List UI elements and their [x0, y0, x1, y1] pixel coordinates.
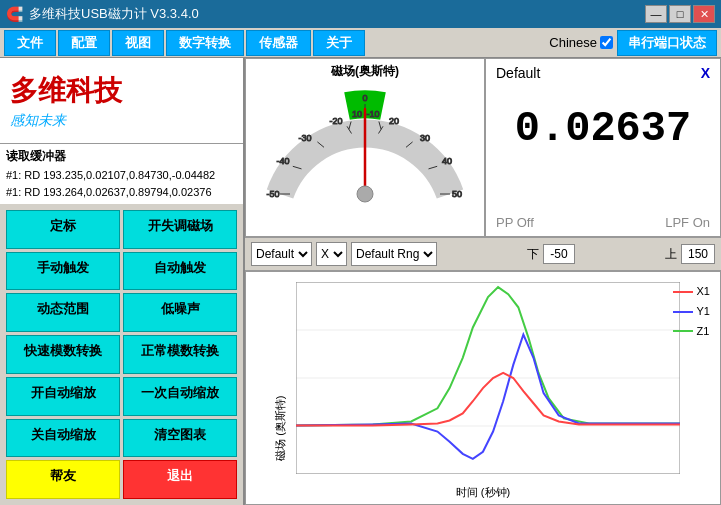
chart-legend: X1 Y1 Z1 — [673, 282, 710, 341]
menu-right: Chinese 串行端口状态 — [549, 30, 717, 56]
range-up-label: 上 — [665, 246, 677, 263]
minimize-button[interactable]: — — [645, 5, 667, 23]
btn-exit[interactable]: 退出 — [123, 460, 237, 499]
value-close-btn[interactable]: X — [701, 65, 710, 81]
menu-file[interactable]: 文件 — [4, 30, 56, 56]
lpf-label: LPF On — [665, 215, 710, 230]
svg-text:20: 20 — [389, 116, 399, 126]
range-down-label: 下 — [527, 246, 539, 263]
value-footer: PP Off LPF On — [496, 207, 710, 230]
btn-auto-scale-once[interactable]: 一次自动缩放 — [123, 377, 237, 416]
logo-subtitle: 感知未来 — [10, 112, 233, 130]
btn-auto-scale-off[interactable]: 关自动缩放 — [6, 419, 120, 458]
range-up-value: 150 — [681, 244, 715, 264]
chart-x-label: 时间 (秒钟) — [456, 485, 510, 500]
buttons-grid: 定标 开失调磁场 手动触发 自动触发 动态范围 低噪声 快速模数转换 正常模数转… — [0, 204, 243, 505]
legend-z1-label: Z1 — [697, 322, 710, 342]
btn-offset-field[interactable]: 开失调磁场 — [123, 210, 237, 249]
legend-z1: Z1 — [673, 322, 710, 342]
menu-about[interactable]: 关于 — [313, 30, 365, 56]
serial-button[interactable]: 串行端口状态 — [617, 30, 717, 56]
left-panel: 多维科技 感知未来 读取缓冲器 #1: RD 193.235,0.02107,0… — [0, 58, 245, 505]
app-title: 多维科技USB磁力计 V3.3.4.0 — [29, 5, 199, 23]
menu-convert[interactable]: 数字转换 — [166, 30, 244, 56]
maximize-button[interactable]: □ — [669, 5, 691, 23]
svg-text:-30: -30 — [298, 133, 311, 143]
logo-title: 多维科技 — [10, 72, 233, 110]
btn-clear-chart[interactable]: 清空图表 — [123, 419, 237, 458]
buffer-line-2: #1: RD 193.264,0.02637,0.89794,0.02376 — [6, 184, 237, 201]
gauge-svg-container: -50 -40 -30 -20 -10 — [265, 84, 465, 214]
value-channel: Default — [496, 65, 540, 81]
menu-bar: 文件 配置 视图 数字转换 传感器 关于 Chinese 串行端口状态 — [0, 28, 721, 58]
svg-text:0: 0 — [362, 93, 367, 103]
top-right: 磁场(奥斯特) — [245, 58, 721, 237]
btn-dynamic-range[interactable]: 动态范围 — [6, 293, 120, 332]
chinese-checkbox-area: Chinese — [549, 35, 613, 50]
gauge-area: 磁场(奥斯特) — [245, 58, 485, 237]
legend-x1-label: X1 — [697, 282, 710, 302]
svg-text:-40: -40 — [276, 156, 289, 166]
svg-point-24 — [357, 186, 373, 202]
legend-y1-label: Y1 — [697, 302, 710, 322]
legend-z1-line — [673, 330, 693, 332]
value-number: 0.02637 — [496, 105, 710, 153]
legend-y1: Y1 — [673, 302, 710, 322]
btn-low-noise[interactable]: 低噪声 — [123, 293, 237, 332]
legend-y1-line — [673, 311, 693, 313]
svg-text:40: 40 — [442, 156, 452, 166]
right-panel: 磁场(奥斯特) — [245, 58, 721, 505]
chart-y-label: 磁场 (奥斯特) — [273, 396, 288, 461]
btn-auto-scale-on[interactable]: 开自动缩放 — [6, 377, 120, 416]
svg-text:50: 50 — [452, 189, 462, 199]
chinese-checkbox[interactable] — [600, 36, 613, 49]
legend-x1: X1 — [673, 282, 710, 302]
svg-text:-10: -10 — [366, 109, 379, 119]
btn-calibrate[interactable]: 定标 — [6, 210, 120, 249]
dropdown-axis[interactable]: X — [316, 242, 347, 266]
range-down-value: -50 — [543, 244, 574, 264]
chart-area: 磁场 (奥斯特) 时间 (秒钟) X1 Y1 Z1 — [245, 271, 721, 505]
menu-config[interactable]: 配置 — [58, 30, 110, 56]
pp-label: PP Off — [496, 215, 534, 230]
gauge-title: 磁场(奥斯特) — [331, 63, 399, 80]
btn-manual-trigger[interactable]: 手动触发 — [6, 252, 120, 291]
chart-svg: 150 100 50 0 -50 0 1.1 2.2 3.3 4.4 5.5 — [296, 282, 680, 474]
dropdown-range[interactable]: Default Rng — [351, 242, 437, 266]
title-bar-left: 🧲 多维科技USB磁力计 V3.3.4.0 — [6, 5, 199, 23]
legend-x1-line — [673, 291, 693, 293]
value-header: Default X — [496, 65, 710, 81]
chinese-label: Chinese — [549, 35, 597, 50]
btn-normal-adc[interactable]: 正常模数转换 — [123, 335, 237, 374]
buffer-line-1: #1: RD 193.235,0.02107,0.84730,-0.04482 — [6, 167, 237, 184]
svg-text:-50: -50 — [266, 189, 279, 199]
btn-auto-trigger[interactable]: 自动触发 — [123, 252, 237, 291]
menu-view[interactable]: 视图 — [112, 30, 164, 56]
btn-help[interactable]: 帮友 — [6, 460, 120, 499]
buffer-title: 读取缓冲器 — [6, 148, 237, 165]
svg-text:-20: -20 — [329, 116, 342, 126]
dropdown-channel[interactable]: Default — [251, 242, 312, 266]
svg-text:10: 10 — [352, 109, 362, 119]
close-button[interactable]: ✕ — [693, 5, 715, 23]
title-bar-controls: — □ ✕ — [645, 5, 715, 23]
app-icon: 🧲 — [6, 6, 23, 22]
value-display: Default X 0.02637 PP Off LPF On — [485, 58, 721, 237]
controls-bar: Default X Default Rng 下 -50 上 150 — [245, 237, 721, 271]
logo-area: 多维科技 感知未来 — [0, 58, 243, 143]
buffer-area: 读取缓冲器 #1: RD 193.235,0.02107,0.84730,-0.… — [0, 143, 243, 204]
svg-text:30: 30 — [420, 133, 430, 143]
title-bar: 🧲 多维科技USB磁力计 V3.3.4.0 — □ ✕ — [0, 0, 721, 28]
menu-sensor[interactable]: 传感器 — [246, 30, 311, 56]
main-area: 多维科技 感知未来 读取缓冲器 #1: RD 193.235,0.02107,0… — [0, 58, 721, 505]
btn-fast-adc[interactable]: 快速模数转换 — [6, 335, 120, 374]
